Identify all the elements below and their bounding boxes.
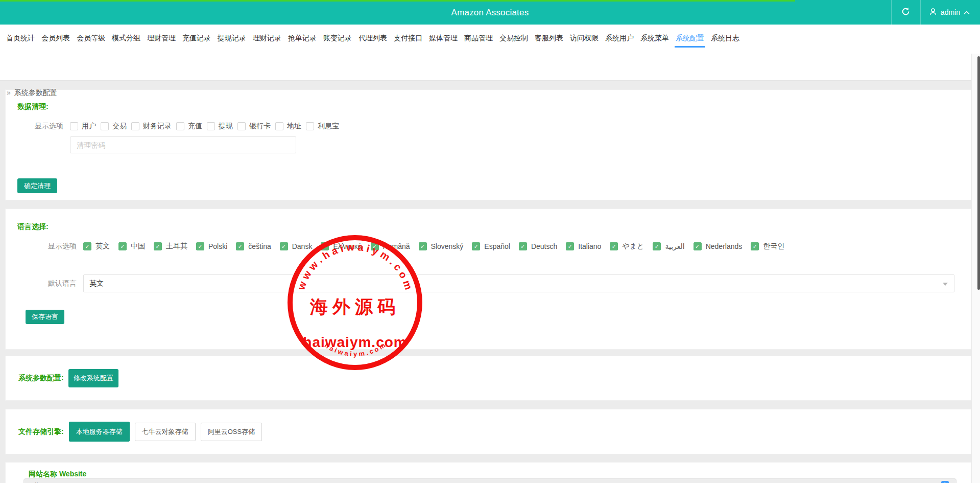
checkbox-item[interactable]: 银行卡	[237, 122, 271, 131]
checkbox-item[interactable]: ✓čeština	[236, 242, 271, 250]
default-language-select[interactable]: 英文	[83, 274, 954, 292]
nav-tab-16[interactable]: 客服列表	[534, 33, 564, 48]
storage-engine-title: 文件存储引擎:	[18, 427, 64, 436]
checkbox-item[interactable]: 充值	[176, 122, 202, 131]
website-name-input[interactable]: Elite 文	[23, 478, 957, 483]
nav-tab-14[interactable]: 商品管理	[463, 33, 494, 48]
checkbox-checked-icon[interactable]: ✓	[694, 242, 702, 250]
system-config-card: 系统参数配置: 修改系统配置	[5, 356, 971, 401]
nav-tab-13[interactable]: 媒体管理	[428, 33, 459, 48]
checkbox-item[interactable]: ✓Română	[371, 242, 410, 250]
checkbox-unchecked-icon[interactable]	[131, 122, 139, 130]
checkbox-checked-icon[interactable]: ✓	[236, 242, 244, 250]
checkbox-checked-icon[interactable]: ✓	[154, 242, 162, 250]
checkbox-checked-icon[interactable]: ✓	[653, 242, 661, 250]
nav-tab-12[interactable]: 支付接口	[393, 33, 423, 48]
translate-icon[interactable]: 文	[941, 481, 949, 483]
user-menu[interactable]: admin	[921, 0, 980, 25]
checkbox-item[interactable]: ✓العربية	[653, 242, 684, 250]
nav-tab-4[interactable]: 模式分组	[111, 33, 141, 48]
nav-tab-20[interactable]: 系统配置	[675, 33, 705, 48]
checkbox-item[interactable]: ✓Dansk	[280, 242, 313, 250]
nav-tab-10[interactable]: 账变记录	[322, 33, 353, 48]
checkbox-item[interactable]: 交易	[101, 122, 127, 131]
checkbox-checked-icon[interactable]: ✓	[751, 242, 759, 250]
nav-tab-19[interactable]: 系统菜单	[639, 33, 670, 48]
storage-engine-button-3[interactable]: 阿里云OSS存储	[201, 423, 262, 441]
checkbox-unchecked-icon[interactable]	[207, 122, 215, 130]
modify-system-config-button[interactable]: 修改系统配置	[68, 369, 118, 387]
checkbox-unchecked-icon[interactable]	[237, 122, 246, 130]
nav-tab-3[interactable]: 会员等级	[76, 33, 106, 48]
checkbox-item[interactable]: ✓한국인	[751, 242, 784, 251]
checkbox-unchecked-icon[interactable]	[275, 122, 283, 130]
checkbox-checked-icon[interactable]: ✓	[280, 242, 288, 250]
nav-tab-17[interactable]: 访问权限	[569, 33, 600, 48]
checkbox-item[interactable]: 财务记录	[131, 122, 172, 131]
nav-tab-9[interactable]: 抢单记录	[287, 33, 318, 48]
storage-engine-button-2[interactable]: 七牛云对象存储	[135, 423, 196, 441]
breadcrumb: »系统参数配置	[7, 88, 57, 98]
vertical-scrollbar-thumb[interactable]	[977, 56, 980, 290]
checkbox-item[interactable]: ✓やまと	[610, 242, 644, 251]
checkbox-checked-icon[interactable]: ✓	[419, 242, 427, 250]
checkbox-label: Slovenský	[431, 242, 464, 250]
show-options-label: 显示选项	[17, 242, 77, 251]
refresh-button[interactable]	[891, 0, 921, 25]
checkbox-checked-icon[interactable]: ✓	[371, 242, 379, 250]
nav-tab-1[interactable]: 首页统计	[5, 33, 36, 48]
nav-tab-5[interactable]: 理财管理	[146, 33, 177, 48]
confirm-clean-button[interactable]: 确定清理	[17, 178, 57, 193]
save-language-button[interactable]: 保存语言	[26, 310, 64, 324]
checkbox-label: 利息宝	[318, 122, 339, 131]
checkbox-item[interactable]: ✓中国	[118, 242, 145, 251]
checkbox-unchecked-icon[interactable]	[176, 122, 184, 130]
checkbox-checked-icon[interactable]: ✓	[472, 242, 480, 250]
checkbox-item[interactable]: 地址	[275, 122, 301, 131]
checkbox-item[interactable]: ✓Slovenský	[419, 242, 464, 250]
checkbox-label: العربية	[665, 242, 684, 250]
nav-tab-21[interactable]: 系统日志	[710, 33, 740, 48]
language-card: 语言选择: 显示选项 ✓英文✓中国✓土耳其✓Polski✓čeština✓Dan…	[5, 209, 971, 350]
checkbox-unchecked-icon[interactable]	[101, 122, 109, 130]
nav-tab-15[interactable]: 交易控制	[498, 33, 529, 48]
storage-engine-button-1[interactable]: 本地服务器存储	[69, 422, 130, 442]
checkbox-item[interactable]: ✓Español	[472, 242, 510, 250]
nav-tab-8[interactable]: 理财记录	[252, 33, 282, 48]
checkbox-item[interactable]: 提现	[207, 122, 233, 131]
nav-tab-18[interactable]: 系统用户	[604, 33, 635, 48]
checkbox-checked-icon[interactable]: ✓	[519, 242, 527, 250]
checkbox-unchecked-icon[interactable]	[306, 122, 314, 130]
checkbox-label: Español	[484, 242, 510, 250]
clean-password-input[interactable]	[70, 136, 296, 153]
checkbox-checked-icon[interactable]: ✓	[83, 242, 91, 250]
checkbox-item[interactable]: ✓Polski	[196, 242, 227, 250]
checkbox-item[interactable]: ✓Deutsch	[519, 242, 557, 250]
checkbox-item[interactable]: ✓土耳其	[154, 242, 187, 251]
nav-tab-7[interactable]: 提现记录	[217, 33, 247, 48]
top-header-bar: Amazon Associates admin	[0, 0, 980, 25]
nav-tab-6[interactable]: 充值记录	[181, 33, 212, 48]
website-name-card: 网站名称 Website Elite 文	[5, 462, 971, 483]
checkbox-label: 地址	[287, 122, 301, 131]
checkbox-checked-icon[interactable]: ✓	[566, 242, 574, 250]
checkbox-item[interactable]: 利息宝	[306, 122, 339, 131]
checkbox-label: Nederlands	[706, 242, 743, 250]
language-checkbox-row: ✓英文✓中国✓土耳其✓Polski✓čeština✓Dansk✓Ελληνικά…	[83, 242, 793, 251]
checkbox-item[interactable]: ✓Italiano	[566, 242, 601, 250]
checkbox-checked-icon[interactable]: ✓	[610, 242, 618, 250]
nav-tab-11[interactable]: 代理列表	[357, 33, 388, 48]
checkbox-item[interactable]: ✓英文	[83, 242, 110, 251]
checkbox-checked-icon[interactable]: ✓	[196, 242, 204, 250]
checkbox-item[interactable]: 用户	[70, 122, 96, 131]
breadcrumb-label: 系统参数配置	[14, 88, 57, 97]
checkbox-item[interactable]: ✓Ελληνικά	[321, 242, 362, 250]
checkbox-item[interactable]: ✓Nederlands	[694, 242, 743, 250]
checkbox-unchecked-icon[interactable]	[70, 122, 78, 130]
checkbox-label: 财务记录	[143, 122, 172, 131]
checkbox-label: 银行卡	[249, 122, 271, 131]
checkbox-checked-icon[interactable]: ✓	[321, 242, 329, 250]
vertical-scrollbar-track[interactable]	[971, 54, 980, 483]
checkbox-checked-icon[interactable]: ✓	[118, 242, 127, 250]
nav-tab-2[interactable]: 会员列表	[40, 33, 71, 48]
